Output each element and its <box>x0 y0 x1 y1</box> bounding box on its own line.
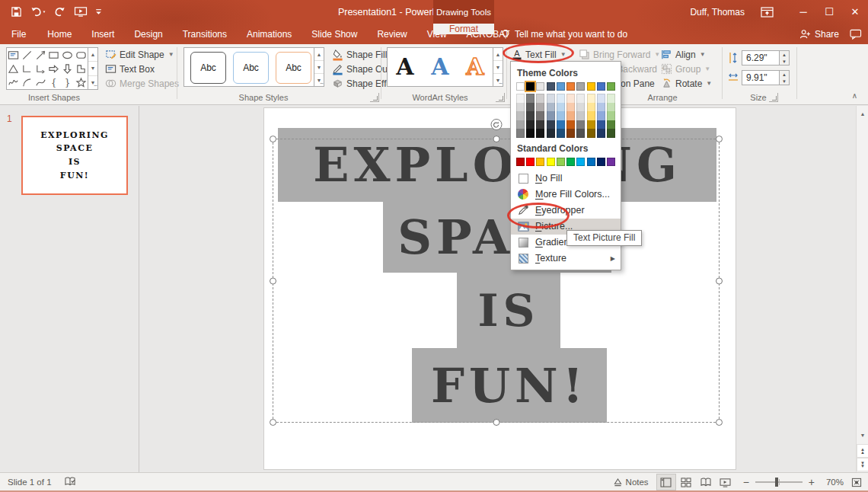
shape-roundrect-icon[interactable] <box>74 48 88 62</box>
share-button[interactable]: Share <box>799 29 839 40</box>
color-swatch[interactable] <box>597 103 605 112</box>
color-swatch[interactable] <box>597 94 605 103</box>
color-swatch[interactable] <box>576 82 585 91</box>
color-swatch[interactable] <box>566 82 575 91</box>
shape-style-preset-2[interactable]: Abc <box>233 52 269 84</box>
wordart-dialog-launcher[interactable] <box>496 93 505 102</box>
color-swatch[interactable] <box>597 120 605 129</box>
tab-transitions[interactable]: Transitions <box>173 24 237 44</box>
color-swatch[interactable] <box>587 82 595 91</box>
color-swatch[interactable] <box>516 103 525 112</box>
text-box-button[interactable]: Text Box <box>105 63 155 75</box>
shape-line-icon[interactable] <box>21 48 34 62</box>
color-swatch[interactable] <box>526 82 535 91</box>
vertical-scrollbar[interactable]: ▲ ▼ ▲▲ ▼▼ <box>856 106 868 472</box>
collapse-ribbon-icon[interactable]: ∧ <box>852 91 857 100</box>
shape-style-preset-3[interactable]: Abc <box>276 52 311 84</box>
wordart-preset-2[interactable]: A <box>431 56 448 78</box>
notes-button[interactable]: Notes <box>614 478 649 487</box>
resize-handle-e[interactable] <box>716 277 723 284</box>
group-button[interactable]: Group▼ <box>661 63 710 75</box>
tab-animations[interactable]: Animations <box>237 24 302 44</box>
zoom-out-icon[interactable]: − <box>743 476 749 488</box>
shapes-gallery[interactable]: {} <box>6 47 88 90</box>
shape-elbow-icon[interactable] <box>21 62 34 75</box>
zoom-slider-thumb[interactable] <box>775 478 778 487</box>
color-swatch[interactable] <box>576 158 585 166</box>
slide-sorter-view-button[interactable] <box>676 474 696 490</box>
minimize-button[interactable]: ─ <box>790 0 816 24</box>
shape-brace-r-icon[interactable]: } <box>61 75 75 89</box>
zoom-slider-track[interactable] <box>755 481 803 483</box>
tab-file[interactable]: File <box>0 24 37 44</box>
color-swatch[interactable] <box>597 82 605 91</box>
color-swatch[interactable] <box>576 94 585 103</box>
tab-slide-show[interactable]: Slide Show <box>302 24 367 44</box>
edit-shape-button[interactable]: Edit Shape▼ <box>105 49 174 60</box>
shape-width-spinner[interactable]: 9.91" ▲▼ <box>728 70 790 85</box>
color-swatch[interactable] <box>547 129 555 138</box>
color-swatch[interactable] <box>536 120 544 129</box>
shape-brace-l-icon[interactable]: { <box>47 75 61 89</box>
color-swatch[interactable] <box>516 94 525 103</box>
color-swatch[interactable] <box>547 94 555 103</box>
color-swatch[interactable] <box>566 103 575 112</box>
menu-item-texture[interactable]: Texture▶ <box>511 251 621 267</box>
color-swatch[interactable] <box>587 129 595 138</box>
next-slide-button[interactable]: ▼▼ <box>857 458 868 471</box>
size-dialog-launcher[interactable] <box>769 93 778 102</box>
shape-arrow-right-icon[interactable] <box>47 62 61 75</box>
color-swatch[interactable] <box>557 129 565 138</box>
shape-elbow-arrow-icon[interactable] <box>34 62 47 75</box>
color-swatch[interactable] <box>536 94 544 103</box>
ribbon-display-options-icon[interactable] <box>755 0 778 24</box>
fit-to-window-icon[interactable] <box>851 478 862 487</box>
bring-forward-button[interactable]: Bring Forward▼ <box>579 49 660 60</box>
color-swatch[interactable] <box>597 158 605 166</box>
previous-slide-button[interactable]: ▲▲ <box>857 444 868 458</box>
shapes-gallery-scroll[interactable]: ▲▼▼̲ <box>88 47 98 90</box>
color-swatch[interactable] <box>597 111 605 120</box>
tab-design[interactable]: Design <box>124 24 172 44</box>
color-swatch[interactable] <box>557 120 565 129</box>
color-swatch[interactable] <box>576 111 585 120</box>
zoom-in-icon[interactable]: + <box>809 476 815 488</box>
shape-arrow-icon[interactable] <box>34 48 47 62</box>
wordart-preset-1[interactable]: A <box>396 56 413 78</box>
color-swatch[interactable] <box>547 111 555 120</box>
resize-handle-nw[interactable] <box>270 136 276 142</box>
undo-icon[interactable] <box>30 6 46 18</box>
shape-style-preset-1[interactable]: Abc <box>190 52 226 84</box>
color-swatch[interactable] <box>576 103 585 112</box>
color-swatch[interactable] <box>587 120 595 129</box>
maximize-button[interactable]: ☐ <box>816 0 842 24</box>
color-swatch[interactable] <box>566 94 575 103</box>
slideshow-view-button[interactable] <box>716 474 736 490</box>
color-swatch[interactable] <box>607 82 615 91</box>
color-swatch[interactable] <box>526 111 535 120</box>
shape-arc-icon[interactable] <box>21 75 34 89</box>
color-swatch[interactable] <box>516 111 525 120</box>
color-swatch[interactable] <box>516 158 525 166</box>
shape-curve-icon[interactable] <box>34 75 47 89</box>
shape-textbox-icon[interactable] <box>7 48 21 62</box>
color-swatch[interactable] <box>566 111 575 120</box>
wordart-preset-3[interactable]: A <box>466 56 483 78</box>
color-swatch[interactable] <box>516 129 525 138</box>
color-swatch[interactable] <box>607 129 615 138</box>
color-swatch[interactable] <box>536 111 544 120</box>
color-swatch[interactable] <box>607 94 615 103</box>
scroll-down-icon[interactable]: ▼ <box>857 429 868 441</box>
normal-view-button[interactable] <box>656 474 676 490</box>
spell-check-icon[interactable] <box>64 477 76 487</box>
color-swatch[interactable] <box>536 129 544 138</box>
color-swatch[interactable] <box>576 129 585 138</box>
shape-triangle-icon[interactable] <box>7 62 21 75</box>
color-swatch[interactable] <box>557 94 565 103</box>
color-swatch[interactable] <box>557 82 565 91</box>
color-swatch[interactable] <box>587 94 595 103</box>
shape-oval-icon[interactable] <box>61 48 75 62</box>
color-swatch[interactable] <box>536 82 544 91</box>
shape-corner-icon[interactable] <box>74 62 88 75</box>
comments-icon[interactable] <box>850 29 862 40</box>
